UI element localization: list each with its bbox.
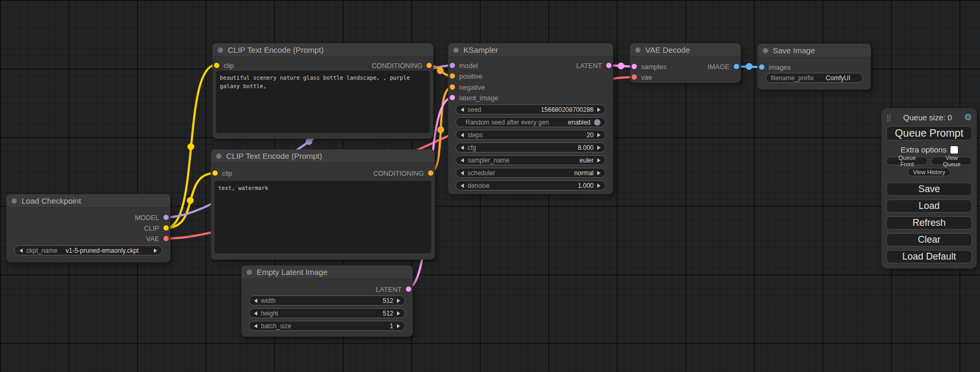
toggle-enabled-icon[interactable] <box>594 119 600 126</box>
save-button[interactable]: Save <box>886 183 972 196</box>
input-slot-clip[interactable]: clip <box>214 60 234 71</box>
load-button[interactable]: Load <box>886 199 972 213</box>
node-load-checkpoint[interactable]: Load Checkpoint MODEL CLIP VAE ckpt_name… <box>6 194 170 262</box>
node-save-image[interactable]: Save Image images filename_prefix ComfyU… <box>758 44 871 90</box>
input-slot-images[interactable]: images <box>759 62 791 72</box>
collapse-dot-icon[interactable] <box>763 48 768 53</box>
node-title-bar[interactable]: CLIP Text Encode (Prompt) <box>212 43 433 57</box>
input-slot-negative[interactable]: negative <box>450 82 485 92</box>
node-title-bar[interactable]: VAE Decode <box>630 43 741 57</box>
decrement-arrow-icon[interactable] <box>254 311 257 316</box>
prompt-text-input[interactable]: text, watermark <box>215 181 431 253</box>
decrement-arrow-icon[interactable] <box>254 324 257 328</box>
cfg-widget[interactable]: cfg 8.000 <box>455 142 606 152</box>
output-slot-conditioning[interactable]: CONDITIONING <box>372 60 432 71</box>
collapse-dot-icon[interactable] <box>12 198 17 204</box>
queue-front-button[interactable]: Queue Front <box>886 157 928 165</box>
refresh-button[interactable]: Refresh <box>886 216 972 230</box>
prompt-text-input[interactable]: beautiful scenery nature glass bottle la… <box>216 71 430 133</box>
height-widget[interactable]: height 512 <box>249 308 405 318</box>
increment-arrow-icon[interactable] <box>597 158 600 163</box>
collapse-dot-icon[interactable] <box>218 47 223 53</box>
decrement-arrow-icon[interactable] <box>461 171 464 175</box>
vae-slot-dot-icon[interactable] <box>632 74 637 80</box>
decrement-arrow-icon[interactable] <box>461 133 464 137</box>
vae-slot-dot-icon[interactable] <box>163 236 169 241</box>
model-slot-dot-icon[interactable] <box>450 63 455 68</box>
model-slot-dot-icon[interactable] <box>163 215 169 220</box>
conditioning-slot-dot-icon[interactable] <box>426 63 432 68</box>
collapse-dot-icon[interactable] <box>216 154 221 159</box>
width-widget[interactable]: width 512 <box>249 295 405 306</box>
increment-arrow-icon[interactable] <box>154 249 157 253</box>
conditioning-slot-dot-icon[interactable] <box>428 170 433 176</box>
increment-arrow-icon[interactable] <box>597 184 600 188</box>
output-slot-vae[interactable]: VAE <box>146 233 169 244</box>
ckpt-name-widget[interactable]: ckpt_name v1-5-pruned-emaonly.ckpt <box>14 245 162 255</box>
input-slot-vae[interactable]: vae <box>632 72 652 82</box>
node-title-bar[interactable]: Load Checkpoint <box>6 194 170 208</box>
output-slot-model[interactable]: MODEL <box>135 212 169 223</box>
increment-arrow-icon[interactable] <box>397 299 400 303</box>
view-queue-button[interactable]: View Queue <box>931 157 972 165</box>
clip-slot-dot-icon[interactable] <box>214 63 219 68</box>
output-slot-image[interactable]: IMAGE <box>707 61 739 72</box>
node-title-bar[interactable]: Save Image <box>758 44 871 58</box>
steps-widget[interactable]: steps 20 <box>455 130 606 140</box>
decrement-arrow-icon[interactable] <box>461 184 464 188</box>
decrement-arrow-icon[interactable] <box>461 108 464 112</box>
clear-button[interactable]: Clear <box>886 233 972 246</box>
input-slot-clip[interactable]: clip <box>212 168 232 178</box>
view-history-button[interactable]: View History <box>908 168 950 176</box>
collapse-dot-icon[interactable] <box>247 270 252 275</box>
conditioning-slot-dot-icon[interactable] <box>450 84 455 90</box>
queue-prompt-button[interactable]: Queue Prompt <box>886 126 972 140</box>
collapse-dot-icon[interactable] <box>635 47 641 53</box>
drag-handle-icon[interactable]: ⣿ <box>886 114 891 121</box>
latent-slot-dot-icon[interactable] <box>606 63 612 68</box>
image-slot-dot-icon[interactable] <box>734 64 739 69</box>
increment-arrow-icon[interactable] <box>397 311 400 316</box>
increment-arrow-icon[interactable] <box>397 324 400 328</box>
output-slot-conditioning[interactable]: CONDITIONING <box>373 168 433 178</box>
node-clip-text-encode-negative[interactable]: CLIP Text Encode (Prompt) clip CONDITION… <box>211 149 435 260</box>
conditioning-slot-dot-icon[interactable] <box>450 73 455 79</box>
decrement-arrow-icon[interactable] <box>20 249 23 253</box>
output-slot-latent[interactable]: LATENT <box>376 284 411 294</box>
latent-slot-dot-icon[interactable] <box>406 287 411 292</box>
node-vae-decode[interactable]: VAE Decode samples vae IMAGE <box>630 43 741 83</box>
node-clip-text-encode-positive[interactable]: CLIP Text Encode (Prompt) clip CONDITION… <box>212 43 433 139</box>
input-slot-samples[interactable]: samples <box>632 61 666 72</box>
seed-widget[interactable]: seed 156680208700286 <box>455 104 606 115</box>
image-slot-dot-icon[interactable] <box>759 64 764 70</box>
filename-prefix-widget[interactable]: filename_prefix ComfyUI <box>765 73 863 83</box>
latent-slot-dot-icon[interactable] <box>450 95 455 100</box>
decrement-arrow-icon[interactable] <box>461 158 464 163</box>
increment-arrow-icon[interactable] <box>597 108 600 112</box>
denoise-widget[interactable]: denoise 1.000 <box>455 180 606 190</box>
clip-slot-dot-icon[interactable] <box>163 225 169 231</box>
extra-options-checkbox[interactable] <box>950 146 958 154</box>
scheduler-widget[interactable]: scheduler normal <box>455 168 606 178</box>
node-title-bar[interactable]: CLIP Text Encode (Prompt) <box>211 149 435 163</box>
decrement-arrow-icon[interactable] <box>461 146 464 150</box>
node-title-bar[interactable]: Empty Latent Image <box>241 265 413 279</box>
decrement-arrow-icon[interactable] <box>254 299 257 303</box>
latent-slot-dot-icon[interactable] <box>632 64 637 69</box>
load-default-button[interactable]: Load Default <box>886 250 972 263</box>
increment-arrow-icon[interactable] <box>597 133 600 137</box>
batch-size-widget[interactable]: batch_size 1 <box>249 321 405 331</box>
input-slot-latent-image[interactable]: latent_image <box>450 92 498 103</box>
random-seed-toggle-widget[interactable]: Random seed after every gen enabled <box>455 117 606 127</box>
increment-arrow-icon[interactable] <box>597 146 600 150</box>
input-slot-positive[interactable]: positive <box>450 71 482 81</box>
input-slot-model[interactable]: model <box>450 60 478 71</box>
sampler-name-widget[interactable]: sampler_name euler <box>455 155 606 165</box>
node-title-bar[interactable]: KSampler <box>448 43 613 57</box>
node-ksampler[interactable]: KSampler model positive negative latent_… <box>448 43 613 194</box>
increment-arrow-icon[interactable] <box>597 171 600 175</box>
collapse-dot-icon[interactable] <box>453 47 459 53</box>
output-slot-clip[interactable]: CLIP <box>144 223 169 233</box>
clip-slot-dot-icon[interactable] <box>212 170 218 176</box>
output-slot-latent[interactable]: LATENT <box>576 60 612 71</box>
